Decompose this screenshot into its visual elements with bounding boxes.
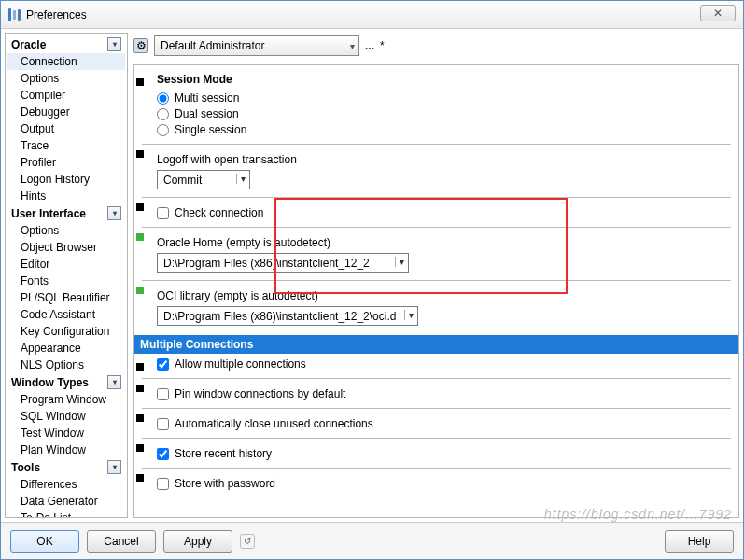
session-radio[interactable] xyxy=(157,108,169,120)
sidebar-item[interactable]: Compiler xyxy=(7,87,125,104)
multi-checkbox[interactable] xyxy=(157,388,169,400)
window-title: Preferences xyxy=(26,8,87,21)
footer: OK Cancel Apply ↺ Help xyxy=(1,522,743,559)
sidebar-item[interactable]: Plan Window xyxy=(7,441,125,458)
apply-button[interactable]: Apply xyxy=(163,530,232,553)
multi-checkbox[interactable] xyxy=(157,478,169,490)
session-option-label: Single session xyxy=(175,123,246,136)
session-mode-header: Session Mode xyxy=(157,73,731,86)
settings-panel: Session Mode Multi sessionDual sessionSi… xyxy=(133,64,739,518)
session-radio[interactable] xyxy=(157,124,169,136)
category-sidebar[interactable]: Oracle▾ConnectionOptionsCompilerDebugger… xyxy=(5,33,128,518)
multi-checkbox[interactable] xyxy=(157,418,169,430)
sidebar-category[interactable]: User Interface▾ xyxy=(7,204,125,222)
sidebar-item[interactable]: Connection xyxy=(7,53,125,70)
sidebar-item[interactable]: Fonts xyxy=(7,273,125,289)
multi-label: Automatically close unused connections xyxy=(175,417,373,430)
oracle-home-combo[interactable]: D:\Program Files (x86)\instantclient_12_… xyxy=(157,253,409,273)
multi-checkbox[interactable] xyxy=(157,448,169,460)
sidebar-category[interactable]: Oracle▾ xyxy=(7,35,125,53)
sidebar-item[interactable]: Code Assistant xyxy=(7,306,125,323)
oracle-home-label: Oracle Home (empty is autodetect) xyxy=(157,236,330,249)
chevron-down-icon[interactable]: ▾ xyxy=(107,206,121,220)
multi-label: Store recent history xyxy=(175,447,272,460)
sidebar-item[interactable]: Differences xyxy=(7,476,125,493)
close-button[interactable]: ✕ xyxy=(700,5,736,21)
sidebar-item[interactable]: Object Browser xyxy=(7,239,125,256)
sidebar-item[interactable]: Trace xyxy=(7,137,125,154)
toolbar: ⚙ Default Administrator ... * xyxy=(133,33,739,59)
sidebar-item[interactable]: To-Do List xyxy=(7,510,125,518)
sidebar-item[interactable]: Output xyxy=(7,120,125,137)
check-connection-checkbox[interactable] xyxy=(157,207,169,219)
sidebar-item[interactable]: Editor xyxy=(7,256,125,273)
chevron-down-icon[interactable]: ▾ xyxy=(107,375,121,389)
session-option-label: Multi session xyxy=(175,91,239,105)
sidebar-category[interactable]: Window Types▾ xyxy=(7,373,125,391)
sidebar-item[interactable]: Logon History xyxy=(7,171,125,188)
sidebar-item[interactable]: PL/SQL Beautifier xyxy=(7,289,125,306)
admin-icon: ⚙ xyxy=(133,38,148,53)
sidebar-item[interactable]: Appearance xyxy=(7,340,125,357)
chevron-down-icon[interactable]: ▾ xyxy=(107,37,121,51)
session-radio[interactable] xyxy=(157,92,169,105)
sidebar-item[interactable]: Debugger xyxy=(7,104,125,120)
preferences-window: Preferences ✕ Oracle▾ConnectionOptionsCo… xyxy=(0,0,744,560)
help-button[interactable]: Help xyxy=(665,530,734,553)
multiple-connections-header: Multiple Connections xyxy=(134,335,738,354)
cancel-button[interactable]: Cancel xyxy=(87,530,156,553)
oci-library-label: OCI library (empty is autodetect) xyxy=(157,289,318,302)
check-connection-label: Check connection xyxy=(175,206,263,219)
multi-label: Allow multiple connections xyxy=(175,357,306,371)
titlebar: Preferences ✕ xyxy=(1,1,743,29)
logoff-combo[interactable]: Commit xyxy=(157,170,250,189)
admin-dropdown[interactable]: Default Administrator xyxy=(154,35,359,56)
multi-label: Store with password xyxy=(175,477,275,490)
reset-icon[interactable]: ↺ xyxy=(240,534,255,549)
sidebar-category[interactable]: Tools▾ xyxy=(7,458,125,476)
multi-checkbox[interactable] xyxy=(157,358,169,371)
sidebar-item[interactable]: SQL Window xyxy=(7,408,125,425)
sidebar-item[interactable]: Profiler xyxy=(7,154,125,171)
chevron-down-icon[interactable]: ▾ xyxy=(107,460,121,474)
sidebar-item[interactable]: Options xyxy=(7,70,125,87)
logoff-label: Logoff with open transaction xyxy=(157,153,297,166)
session-option-label: Dual session xyxy=(175,107,239,120)
app-icon xyxy=(8,8,21,21)
ok-button[interactable]: OK xyxy=(10,530,79,553)
sidebar-item[interactable]: Hints xyxy=(7,188,125,204)
sidebar-item[interactable]: Program Window xyxy=(7,391,125,408)
multi-label: Pin window connections by default xyxy=(175,387,345,400)
sidebar-item[interactable]: Data Generator xyxy=(7,493,125,510)
sidebar-item[interactable]: Options xyxy=(7,222,125,239)
sidebar-item[interactable]: Test Window xyxy=(7,425,125,441)
sidebar-item[interactable]: Key Configuration xyxy=(7,323,125,340)
sidebar-item[interactable]: NLS Options xyxy=(7,357,125,373)
oci-library-combo[interactable]: D:\Program Files (x86)\instantclient_12_… xyxy=(157,306,418,326)
modified-star: * xyxy=(380,39,385,52)
browse-button[interactable]: ... xyxy=(365,39,374,52)
